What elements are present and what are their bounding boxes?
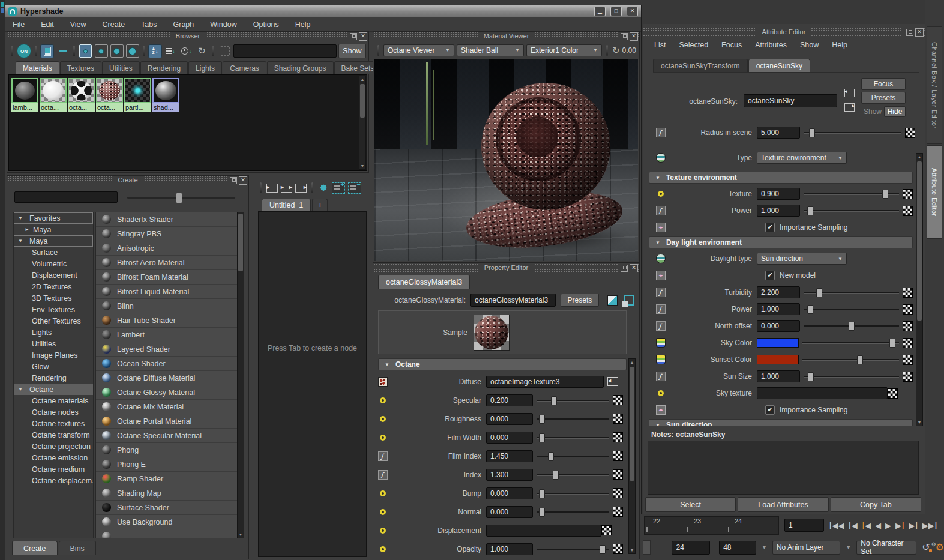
- property-editor-header[interactable]: Property Editor ✕: [373, 263, 639, 272]
- attr-value-field[interactable]: 0.200: [486, 394, 533, 406]
- channel-box-vertical-tab[interactable]: Channel Box / Layer Editor: [927, 26, 942, 144]
- attr-value-field[interactable]: 1.450: [486, 450, 533, 462]
- tree-item[interactable]: Lights: [14, 327, 93, 338]
- expand-arrow-icon[interactable]: ►: [25, 227, 29, 232]
- texture-map-button[interactable]: [888, 388, 898, 399]
- notes-area[interactable]: [648, 441, 919, 495]
- attr-slider[interactable]: [804, 372, 899, 381]
- refresh-render-icon[interactable]: ↻: [612, 45, 620, 56]
- create-bottom-tab[interactable]: Create: [12, 541, 58, 555]
- attr-type-icon[interactable]: [656, 388, 666, 398]
- close-panel-icon[interactable]: ✕: [359, 32, 367, 41]
- browser-tab[interactable]: Lights: [188, 61, 222, 74]
- show-menu-button[interactable]: Show: [338, 44, 366, 58]
- node-type-item[interactable]: Octane Glossy Material: [96, 385, 242, 400]
- attr-type-icon[interactable]: [378, 489, 388, 498]
- title-bar[interactable]: Hypershade ▁ □ ✕: [5, 5, 641, 18]
- expand-arrow-icon[interactable]: ▼: [18, 238, 23, 244]
- playback-button[interactable]: ▶|: [909, 521, 918, 530]
- slider-handle[interactable]: [809, 128, 815, 137]
- close-panel-icon[interactable]: ✕: [630, 264, 638, 272]
- attr-type-icon[interactable]: [656, 372, 666, 381]
- remove-selected-from-graph-icon[interactable]: −: [348, 182, 361, 194]
- tree-item[interactable]: Volumetric: [14, 258, 93, 269]
- texture-map-button[interactable]: [903, 304, 913, 315]
- tree-item[interactable]: Utilities: [14, 338, 93, 349]
- browser-tab[interactable]: Materials: [16, 61, 59, 74]
- scroll-down-icon[interactable]: ▼: [238, 531, 244, 538]
- node-type-item[interactable]: Bifrost Liquid Material: [96, 285, 242, 299]
- close-button[interactable]: ✕: [627, 7, 638, 16]
- attr-type-icon[interactable]: [378, 544, 388, 554]
- action-button[interactable]: Select: [645, 497, 736, 512]
- attr-slider[interactable]: [804, 206, 899, 215]
- browser-tab[interactable]: Cameras: [223, 61, 266, 74]
- focus-button[interactable]: Focus: [861, 78, 906, 90]
- texture-map-button[interactable]: [903, 206, 913, 216]
- current-frame-field[interactable]: 1: [784, 519, 824, 532]
- expand-arrow-icon[interactable]: ▼: [18, 215, 23, 221]
- attr-value-field[interactable]: 5.000: [757, 127, 800, 139]
- attr-type-icon[interactable]: [656, 271, 666, 280]
- pin-selected-button[interactable]: [218, 44, 232, 58]
- material-viewer-header[interactable]: Material Viewer ✕: [373, 32, 639, 41]
- attr-slider[interactable]: [802, 338, 899, 348]
- toolbar-grip[interactable]: [35, 46, 37, 56]
- attr-value-field[interactable]: 0.000: [486, 413, 533, 425]
- show-button[interactable]: Show: [862, 106, 883, 117]
- attr-value-field[interactable]: 0.000: [757, 320, 800, 332]
- texture-map-button[interactable]: [903, 321, 913, 331]
- material-name-input[interactable]: octaneGlossyMaterial3: [470, 294, 556, 307]
- renderer-dropdown[interactable]: Octane Viewer▼: [383, 44, 454, 56]
- swatch-render-on-button[interactable]: ON: [17, 44, 31, 58]
- create-panel-header[interactable]: Create ✕: [7, 176, 248, 185]
- node-type-item[interactable]: Use Background: [96, 515, 242, 529]
- texture-map-button[interactable]: [903, 189, 913, 199]
- slider-handle[interactable]: [539, 508, 545, 517]
- attr-slider[interactable]: [804, 321, 899, 331]
- tree-item[interactable]: ▼ Favorites: [14, 212, 93, 224]
- time-slider[interactable]: 222324: [644, 516, 779, 535]
- animation-end-field[interactable]: 48: [719, 541, 756, 555]
- attr-type-icon[interactable]: [378, 414, 388, 424]
- attr-value-field[interactable]: 2.200: [757, 286, 800, 298]
- attr-slider[interactable]: [804, 128, 901, 137]
- output-connection-icon[interactable]: ►: [844, 103, 855, 112]
- menu-item[interactable]: Selected: [679, 41, 708, 49]
- attr-dropdown[interactable]: Texture environment▼: [757, 152, 847, 164]
- tree-item[interactable]: ▼ Maya: [14, 235, 93, 247]
- menu-item[interactable]: Tabs: [141, 20, 157, 29]
- float-panel-icon[interactable]: [621, 265, 628, 272]
- node-type-item[interactable]: Layered Shader: [96, 342, 242, 357]
- node-name-input[interactable]: octaneSunSky: [744, 94, 837, 107]
- menu-item[interactable]: Window: [210, 20, 236, 29]
- node-type-item[interactable]: Stingray PBS: [96, 227, 242, 241]
- browser-tab[interactable]: Shading Groups: [267, 61, 334, 74]
- tree-item[interactable]: Image Planes: [14, 349, 93, 361]
- material-tab[interactable]: octaneGlossyMaterial3: [378, 275, 470, 289]
- playback-button[interactable]: |◀: [862, 521, 871, 530]
- menu-item[interactable]: Attributes: [755, 41, 787, 49]
- swatch-split-icon[interactable]: [607, 295, 618, 306]
- extra-large-swatch-button[interactable]: [125, 44, 139, 58]
- menu-item[interactable]: Options: [253, 20, 279, 29]
- node-type-item[interactable]: Octane Mix Material: [96, 400, 242, 414]
- create-filter-input[interactable]: [14, 191, 118, 203]
- menu-item[interactable]: Help: [832, 41, 847, 49]
- node-list-scrollbar[interactable]: ▼: [237, 212, 244, 538]
- attr-value-field[interactable]: 0.000: [486, 432, 533, 444]
- node-type-item[interactable]: Ocean Shader: [96, 357, 242, 371]
- material-swatch[interactable]: lamb...: [11, 78, 38, 112]
- material-swatch[interactable]: octa...: [68, 78, 95, 112]
- connection-icon[interactable]: [607, 377, 618, 386]
- shape-node-tab[interactable]: octaneSunSky: [748, 59, 810, 72]
- close-panel-icon[interactable]: ✕: [915, 28, 924, 37]
- menu-item[interactable]: Graph: [173, 20, 194, 29]
- attr-value-field[interactable]: 1.000: [757, 303, 800, 315]
- toolbar-grip[interactable]: [311, 182, 313, 193]
- attr-type-icon[interactable]: [656, 254, 666, 263]
- character-set-dropdown[interactable]: No Character Set: [856, 541, 916, 555]
- tree-item[interactable]: ► Maya: [14, 224, 93, 235]
- attr-empty-field[interactable]: [757, 387, 888, 399]
- node-type-item[interactable]: Lambert: [96, 328, 242, 342]
